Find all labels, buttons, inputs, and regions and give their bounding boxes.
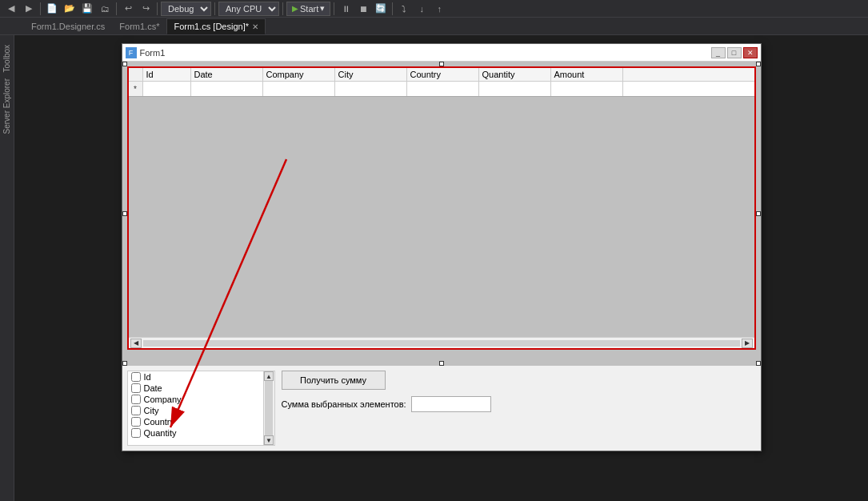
debug-dropdown[interactable]: Debug	[161, 2, 211, 16]
dg-cell-country-new[interactable]	[407, 82, 479, 96]
save-btn[interactable]: 💾	[79, 1, 95, 17]
sep1	[40, 2, 41, 15]
cb-item-country[interactable]: Country	[128, 416, 274, 427]
resize-handle-bl[interactable]	[122, 361, 127, 366]
stop-btn[interactable]: ⏹	[355, 1, 371, 17]
open-btn[interactable]: 📂	[62, 1, 78, 17]
dg-row-indicator-header	[129, 68, 143, 81]
datagrid-hscrollbar[interactable]: ◀ ▶	[129, 337, 754, 348]
toolbar: ◀ ▶ 📄 📂 💾 🗂 ↩ ↪ Debug Any CPU ▶ Start ▾ …	[0, 0, 868, 18]
datagrid-header: Id Date Company City Country Quantity Am…	[129, 68, 754, 82]
cb-company[interactable]	[131, 395, 141, 404]
scroll-right-btn[interactable]: ▶	[742, 339, 753, 348]
cb-item-quantity[interactable]: Quantity	[128, 427, 274, 439]
form-close-btn[interactable]: ✕	[743, 47, 758, 58]
sep7	[392, 2, 393, 15]
cb-date[interactable]	[131, 383, 141, 393]
cb-item-city[interactable]: City	[128, 405, 274, 416]
get-sum-button[interactable]: Получить сумму	[282, 371, 386, 390]
cb-item-date[interactable]: Date	[128, 383, 274, 394]
resize-handle-bm[interactable]	[439, 361, 444, 366]
start-dropdown-icon: ▾	[320, 3, 325, 14]
sep2	[116, 2, 117, 15]
checkbox-list-panel: Id Date Company City	[127, 371, 275, 446]
dg-cell-id-new[interactable]	[143, 82, 191, 96]
dg-col-quantity[interactable]: Quantity	[479, 68, 551, 81]
datagrid-body[interactable]	[129, 97, 754, 337]
toolbox-label[interactable]: Toolbox	[1, 43, 13, 74]
undo-btn[interactable]: ↩	[120, 1, 136, 17]
right-panel: Получить сумму Сумма выбранных элементов…	[282, 371, 756, 412]
scroll-left-btn[interactable]: ◀	[130, 339, 142, 348]
dg-col-date[interactable]: Date	[191, 68, 263, 81]
cb-country-label: Country	[144, 417, 175, 427]
resize-handle-mr[interactable]	[756, 211, 761, 216]
dg-cell-company-new[interactable]	[263, 82, 335, 96]
pause-btn[interactable]: ⏸	[338, 1, 354, 17]
dg-col-country[interactable]: Country	[407, 68, 479, 81]
cb-scroll-track[interactable]	[265, 381, 273, 435]
sep3	[157, 2, 158, 15]
start-button[interactable]: ▶ Start ▾	[286, 2, 330, 16]
dg-cell-city-new[interactable]	[335, 82, 407, 96]
cb-scrollbar: ▲ ▼	[263, 371, 274, 445]
step-over-btn[interactable]: ⤵	[396, 1, 412, 17]
step-out-btn[interactable]: ↑	[431, 1, 447, 17]
back-btn[interactable]: ◀	[3, 1, 19, 17]
cb-city[interactable]	[131, 406, 141, 415]
file-btn[interactable]: 📄	[44, 1, 60, 17]
datagrid: Id Date Company City Country Quantity Am…	[127, 66, 756, 350]
cb-quantity[interactable]	[131, 428, 141, 438]
resize-handle-tr[interactable]	[756, 62, 761, 66]
form-minimize-btn[interactable]: _	[711, 47, 726, 58]
cb-country[interactable]	[131, 417, 141, 427]
sum-value-input[interactable]	[411, 396, 491, 412]
dg-new-row-indicator: *	[129, 82, 143, 96]
dg-col-city[interactable]: City	[335, 68, 407, 81]
dg-col-amount[interactable]: Amount	[551, 68, 623, 81]
cb-id[interactable]	[131, 372, 141, 382]
form-title-text: Form1	[140, 48, 166, 58]
tab-cs[interactable]: Form1.cs*	[112, 18, 166, 34]
tab-design-label: Form1.cs [Design]*	[174, 22, 249, 31]
sep4	[214, 2, 215, 15]
form-body: Id Date Company City Country Quantity Am…	[122, 62, 761, 366]
redo-btn[interactable]: ↪	[138, 1, 154, 17]
tab-designer-label: Form1.Designer.cs	[31, 22, 105, 31]
sep6	[334, 2, 334, 15]
dg-col-id[interactable]: Id	[143, 68, 191, 81]
scroll-track-h[interactable]	[143, 340, 740, 347]
cb-quantity-label: Quantity	[144, 428, 177, 438]
sep5	[282, 2, 283, 15]
forward-btn[interactable]: ▶	[21, 1, 37, 17]
cb-item-id[interactable]: Id	[128, 371, 274, 383]
server-explorer-label[interactable]: Server Explorer	[1, 77, 13, 135]
dg-cell-amount-new[interactable]	[551, 82, 623, 96]
cb-company-label: Company	[144, 395, 182, 404]
tab-designer[interactable]: Form1.Designer.cs	[24, 18, 112, 34]
cb-list-scroll: Id Date Company City	[128, 371, 274, 445]
cpu-dropdown[interactable]: Any CPU	[218, 2, 279, 16]
cb-city-label: City	[144, 406, 159, 415]
restart-btn[interactable]: 🔄	[373, 1, 389, 17]
sum-label: Сумма выбранных элементов:	[282, 399, 406, 409]
dg-col-company[interactable]: Company	[263, 68, 335, 81]
step-in-btn[interactable]: ↓	[414, 1, 430, 17]
cb-scroll-down[interactable]: ▼	[264, 435, 274, 445]
resize-handle-br[interactable]	[756, 361, 761, 366]
form-title: F Form1	[126, 47, 166, 58]
save-all-btn[interactable]: 🗂	[97, 1, 113, 17]
cb-scroll-up[interactable]: ▲	[264, 371, 274, 381]
form-icon: F	[126, 47, 137, 58]
tabbar: Form1.Designer.cs Form1.cs* Form1.cs [De…	[0, 18, 868, 35]
cb-item-company[interactable]: Company	[128, 394, 274, 405]
cb-id-label: Id	[144, 372, 151, 382]
cb-date-label: Date	[144, 383, 162, 393]
tab-close-icon[interactable]: ✕	[252, 22, 258, 31]
dg-new-row[interactable]: *	[129, 82, 754, 97]
form-maximize-btn[interactable]: □	[727, 47, 742, 58]
tab-design[interactable]: Form1.cs [Design]* ✕	[166, 18, 266, 34]
dg-cell-date-new[interactable]	[191, 82, 263, 96]
dg-cell-quantity-new[interactable]	[479, 82, 551, 96]
side-panel-left: Toolbox Server Explorer	[0, 35, 14, 501]
